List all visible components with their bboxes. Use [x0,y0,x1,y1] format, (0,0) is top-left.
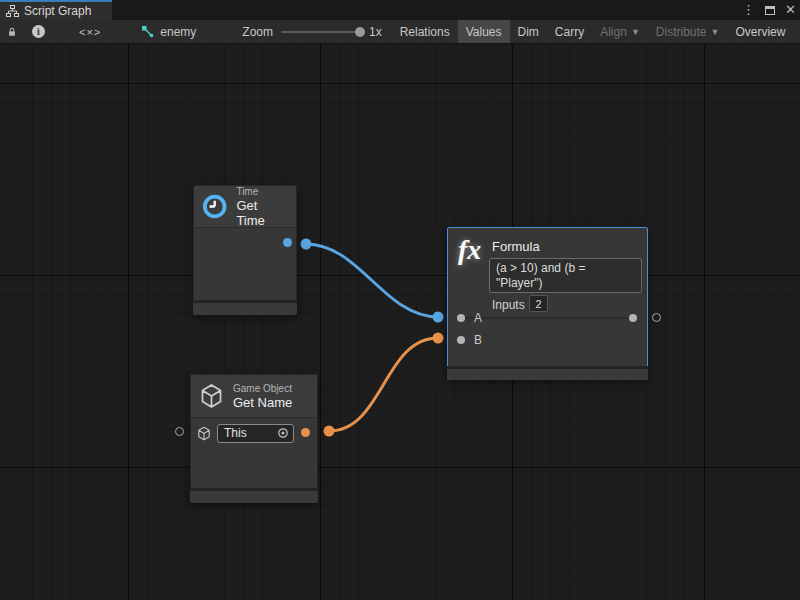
graph-name: enemy [160,25,196,39]
node-body: This [191,418,317,448]
tab-script-graph[interactable]: Script Graph [0,0,112,20]
zoom-slider[interactable] [281,31,361,33]
maximize-icon[interactable] [765,6,775,15]
graph-toolbar: i <×> enemy Zoom 1x Relations Values Dim [0,20,800,44]
node-title: Get Time [236,198,286,228]
target-object-value: This [224,426,247,440]
align-dropdown[interactable]: Align ▼ [592,20,648,43]
node-footer [447,366,648,380]
wire-gettime-to-formula-a[interactable] [306,244,438,317]
input-port-b[interactable] [457,336,465,344]
carry-toggle[interactable]: Carry [547,20,592,43]
wire-getname-to-formula-b[interactable] [329,338,438,431]
formula-expression-input[interactable]: (a > 10) and (b = "Player") [489,258,642,293]
chevron-down-icon: ▼ [631,27,640,37]
node-get-time[interactable]: Time Get Time [193,185,297,315]
fullscreen-button[interactable]: Full Screen [793,20,800,43]
overview-button[interactable]: Overview [727,20,793,43]
cube-icon-small [197,426,211,441]
script-graph-window: Script Graph ⋮ ✕ i <×> [0,0,800,600]
node-title: Get Name [233,395,292,410]
output-port-time[interactable] [283,238,292,247]
port-label-a: A [474,311,482,325]
game-object-cube-icon [199,383,224,409]
tab-title: Script Graph [24,4,91,18]
port-label-b: B [474,333,482,347]
node-body [194,228,296,258]
close-icon[interactable]: ✕ [785,0,796,20]
unconnected-output-port[interactable] [652,313,661,322]
unconnected-input-port[interactable] [175,427,184,436]
target-object-field[interactable]: This [217,424,294,443]
output-port-result[interactable] [629,314,637,322]
connection-wires [0,44,800,600]
node-category: Time [236,186,286,198]
node-header: Game Object Get Name [191,375,317,418]
zoom-label: Zoom [242,25,273,39]
code-icon: <×> [61,26,119,38]
node-get-name[interactable]: Game Object Get Name This [190,374,318,503]
output-port-name[interactable] [301,428,310,437]
inputs-label: Inputs [492,298,525,312]
node-footer [193,300,297,315]
graph-asset-icon [141,25,154,38]
relation-line [462,317,634,319]
input-port-a[interactable] [457,314,465,322]
graph-breadcrumb[interactable]: enemy [127,20,204,43]
node-category: Game Object [233,383,292,395]
dim-toggle[interactable]: Dim [510,20,547,43]
expression-line: "Player") [496,276,635,291]
distribute-label: Distribute [656,25,707,39]
graph-hierarchy-icon [6,5,19,17]
graph-canvas[interactable]: Time Get Time fx Formula (a > 10) and (b… [0,44,800,600]
zoom-slider-handle[interactable] [355,27,365,37]
fx-function-icon: fx [458,234,481,266]
window-controls: ⋮ ✕ [742,0,796,20]
values-toggle[interactable]: Values [458,20,510,43]
object-picker-icon[interactable] [277,427,289,439]
clock-icon [202,193,227,220]
info-button[interactable]: i [24,20,53,43]
menu-kebab-icon[interactable]: ⋮ [742,0,755,20]
lock-button[interactable] [0,20,24,43]
expression-line: (a > 10) and (b = [496,261,635,276]
distribute-dropdown[interactable]: Distribute ▼ [648,20,728,43]
chevron-down-icon: ▼ [711,27,720,37]
info-icon: i [32,25,45,38]
node-formula[interactable]: fx Formula (a > 10) and (b = "Player") I… [447,227,648,380]
tab-bar: Script Graph ⋮ ✕ [0,0,800,20]
code-view-button[interactable]: <×> [53,20,127,43]
node-footer [190,488,318,503]
zoom-value: 1x [369,25,382,39]
node-title: Formula [492,239,540,254]
inputs-count-input[interactable]: 2 [529,295,548,312]
align-label: Align [600,25,627,39]
lock-icon [8,26,16,38]
relations-toggle[interactable]: Relations [392,20,458,43]
zoom-control: Zoom 1x [232,20,391,43]
node-header: Time Get Time [194,186,296,228]
